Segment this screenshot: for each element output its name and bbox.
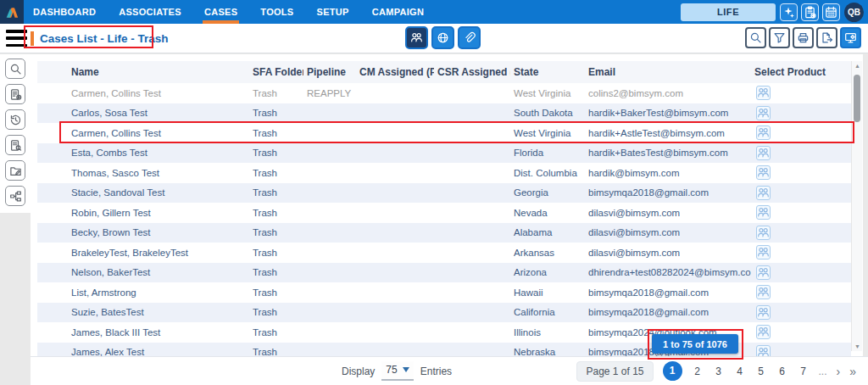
search-button[interactable]	[745, 27, 766, 48]
cell-name: Becky, Brown Test	[68, 227, 249, 237]
page-button-2[interactable]: 2	[692, 365, 704, 377]
cell-sfa-folder: Trash	[249, 108, 303, 118]
entries-per-page-value: 75	[386, 364, 397, 376]
vertical-scrollbar[interactable]: ▲ ▼	[851, 61, 862, 351]
cell-sfa-folder: Trash	[249, 148, 303, 158]
column-header[interactable]: SFA Folder	[249, 66, 303, 78]
chevron-down-icon	[403, 367, 409, 372]
select-product-button[interactable]	[756, 305, 771, 320]
print-button[interactable]	[793, 27, 814, 48]
table-row[interactable]: Carlos, Sosa TestTrashSouth Dakotahardik…	[37, 103, 851, 124]
column-header[interactable]: Name	[68, 66, 249, 78]
table-row[interactable]: Robin, Gillern TestTrashNevadadilasvi@bi…	[37, 203, 851, 223]
paperclip-button[interactable]	[458, 26, 481, 49]
table-row[interactable]: Thomas, Sasco TestTrashDist. Columbiahar…	[37, 163, 851, 183]
select-product-button[interactable]	[756, 345, 771, 356]
column-header[interactable]: Select Product	[751, 66, 851, 78]
select-product-button[interactable]	[756, 245, 771, 259]
table-row[interactable]: Carmen, Collins TestTrashWest Virginiaha…	[37, 123, 851, 143]
select-product-button[interactable]	[756, 165, 771, 180]
table-row[interactable]: Stacie, Sandoval TestTrashGeorgiabimsymq…	[37, 183, 851, 204]
nav-item-setup[interactable]: SETUP	[317, 0, 349, 24]
scrollbar-thumb[interactable]	[854, 75, 860, 122]
sparkles-button[interactable]	[780, 3, 798, 21]
next-page-button[interactable]: ›	[837, 365, 841, 378]
page-button-3[interactable]: 3	[713, 365, 725, 377]
select-product-button[interactable]	[756, 265, 771, 280]
table-row[interactable]: BrakeleyTest, BrakeleyTestTrashArkansasd…	[37, 243, 851, 263]
select-product-button[interactable]	[756, 325, 771, 339]
select-product-button[interactable]	[756, 146, 771, 160]
sidebar-magnifier-button[interactable]	[5, 59, 25, 79]
select-product-button[interactable]	[756, 205, 771, 220]
scroll-down-icon[interactable]: ▼	[852, 343, 863, 349]
cell-email: dilasvi@bimsym.com	[585, 227, 751, 237]
table-row[interactable]: Esta, Combs TestTrashFloridahardik+Bates…	[37, 143, 851, 164]
select-product-button[interactable]	[756, 285, 771, 299]
sidebar-history-button[interactable]	[5, 109, 25, 130]
nav-item-cases[interactable]: CASES	[204, 0, 237, 24]
sidebar-doc-add-button[interactable]	[5, 84, 25, 104]
app-screen: DASHBOARDASSOCIATESCASESTOOLSSETUPCAMPAI…	[0, 0, 868, 385]
cell-sfa-folder: Trash	[249, 287, 303, 298]
magnifier-icon	[9, 63, 22, 75]
export-button[interactable]	[816, 27, 837, 48]
user-avatar[interactable]: QB	[844, 3, 864, 22]
select-product-button[interactable]	[756, 186, 771, 200]
cell-name: List, Armstrong	[68, 287, 249, 298]
calendar-button[interactable]	[822, 3, 840, 21]
table-row[interactable]: Becky, Brown TestTrashAlabamadilasvi@bim…	[37, 223, 851, 243]
doc-add-icon	[9, 88, 22, 101]
nav-item-dashboard[interactable]: DASHBOARD	[33, 0, 96, 24]
sidebar-doc-search-button[interactable]	[5, 135, 25, 155]
page-button-7[interactable]: 7	[798, 365, 810, 377]
cell-name: Thomas, Sasco Test	[68, 168, 249, 178]
select-product-button[interactable]	[756, 226, 771, 240]
column-header[interactable]: State	[510, 66, 585, 78]
select-product-button[interactable]	[756, 86, 771, 100]
page-button-1[interactable]: 1	[663, 361, 682, 381]
scroll-up-icon[interactable]: ▲	[852, 63, 863, 69]
clipboard-add-button[interactable]	[801, 3, 819, 21]
select-product-button[interactable]	[756, 106, 771, 120]
app-logo[interactable]	[0, 0, 24, 24]
column-header[interactable]: Pipeline	[303, 66, 356, 78]
page-button-6[interactable]: 6	[776, 365, 788, 377]
cell-state: Dist. Columbia	[510, 168, 585, 178]
monitor-gear-button[interactable]	[840, 27, 861, 48]
sidebar-flow-button[interactable]	[5, 186, 25, 206]
display-label: Display	[342, 365, 375, 377]
filter-button[interactable]	[769, 27, 790, 48]
cell-select-product	[751, 345, 851, 356]
table-row[interactable]: Carmen, Collins TestTrashREAPPLYWest Vir…	[37, 83, 851, 103]
filter-icon	[773, 31, 786, 44]
entries-per-page-select[interactable]: 75	[381, 361, 413, 381]
table-body: Carmen, Collins TestTrashREAPPLYWest Vir…	[37, 83, 851, 356]
menu-icon[interactable]	[6, 30, 27, 47]
group-icon	[757, 346, 770, 356]
nav-item-campaign[interactable]: CAMPAIGN	[372, 0, 424, 24]
table-row[interactable]: Suzie, BatesTestTrashCaliforniabimsymqa2…	[37, 303, 851, 323]
last-page-button[interactable]: »	[849, 365, 856, 378]
pages-ellipsis[interactable]: ...	[819, 365, 827, 377]
group-button[interactable]	[405, 26, 428, 49]
nav-item-tools[interactable]: TOOLS	[260, 0, 293, 24]
life-button[interactable]: LIFE	[681, 3, 776, 21]
column-header[interactable]: CSR Assigned (P)	[434, 66, 510, 78]
cell-state: Nevada	[510, 208, 585, 218]
sidebar-folder-edit-button[interactable]	[5, 160, 25, 181]
table-row[interactable]: List, ArmstrongTrashHawaiibimsymqa2018@g…	[37, 282, 851, 303]
globe-button[interactable]	[431, 26, 454, 49]
table-row[interactable]: Nelson, BakerTestTrashArizonadhirendra+t…	[37, 263, 851, 283]
column-header[interactable]: Email	[585, 66, 751, 78]
select-product-button[interactable]	[756, 126, 771, 140]
cell-name: James, Black III Test	[68, 327, 249, 338]
page-button-4[interactable]: 4	[734, 365, 746, 377]
page-button-5[interactable]: 5	[755, 365, 767, 377]
cell-email: bimsymqa2018@gmail.com	[585, 287, 751, 298]
column-header[interactable]: CM Assigned (P)	[356, 66, 434, 78]
nav-item-associates[interactable]: ASSOCIATES	[119, 0, 181, 24]
cell-name: James, Alex Test	[68, 347, 249, 356]
cell-state: Alabama	[510, 227, 585, 237]
sidebar-lower	[0, 213, 31, 385]
